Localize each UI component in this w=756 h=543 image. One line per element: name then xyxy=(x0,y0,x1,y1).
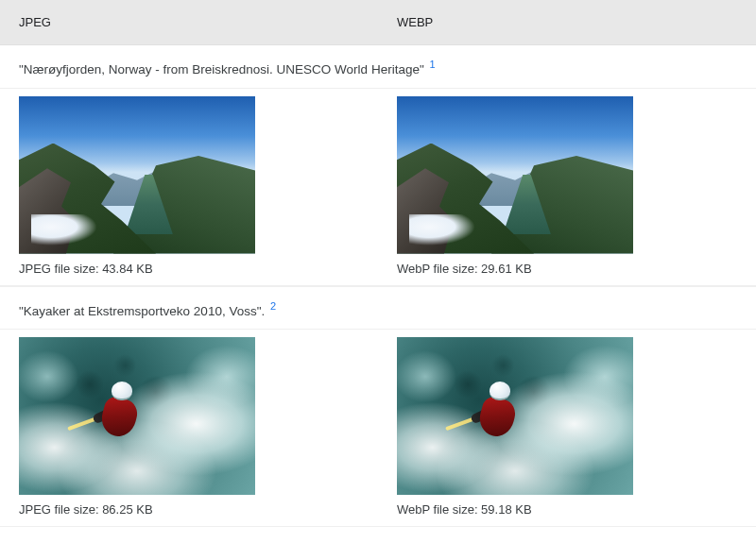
jpeg-filesize: JPEG file size: 86.25 KB xyxy=(19,502,359,517)
webp-cell: WebP file size: 59.18 KB xyxy=(378,330,756,526)
jpeg-image xyxy=(19,96,255,254)
footnote-link[interactable]: 1 xyxy=(429,59,435,70)
footnote-link[interactable]: 2 xyxy=(270,300,276,312)
webp-cell: WebP file size: 29.61 KB xyxy=(378,89,756,285)
header-webp: WEBP xyxy=(378,0,756,44)
jpeg-cell: JPEG file size: 43.84 KB xyxy=(0,89,378,285)
webp-filesize: WebP file size: 29.61 KB xyxy=(397,262,737,276)
header-jpeg: JPEG xyxy=(0,0,378,44)
caption-text: "Kayaker at Ekstremsportveko 2010, Voss"… xyxy=(19,303,265,317)
webp-image xyxy=(397,337,633,495)
jpeg-image xyxy=(19,337,255,495)
comparison-table: JPEG WEBP "Nærøyfjorden, Norway - from B… xyxy=(0,0,756,527)
webp-filesize: WebP file size: 59.18 KB xyxy=(397,502,737,517)
table-row: JPEG file size: 43.84 KB WebP file size:… xyxy=(0,89,756,285)
image-caption: "Nærøyfjorden, Norway - from Breiskredno… xyxy=(0,45,756,89)
table-header: JPEG WEBP xyxy=(0,0,756,45)
jpeg-cell: JPEG file size: 86.25 KB xyxy=(0,330,378,526)
jpeg-filesize: JPEG file size: 43.84 KB xyxy=(19,262,359,276)
image-caption: "Kayaker at Ekstremsportveko 2010, Voss"… xyxy=(0,286,756,331)
webp-image xyxy=(397,96,633,254)
table-row: JPEG file size: 86.25 KB WebP file size:… xyxy=(0,330,756,526)
caption-text: "Nærøyfjorden, Norway - from Breiskredno… xyxy=(19,62,424,76)
